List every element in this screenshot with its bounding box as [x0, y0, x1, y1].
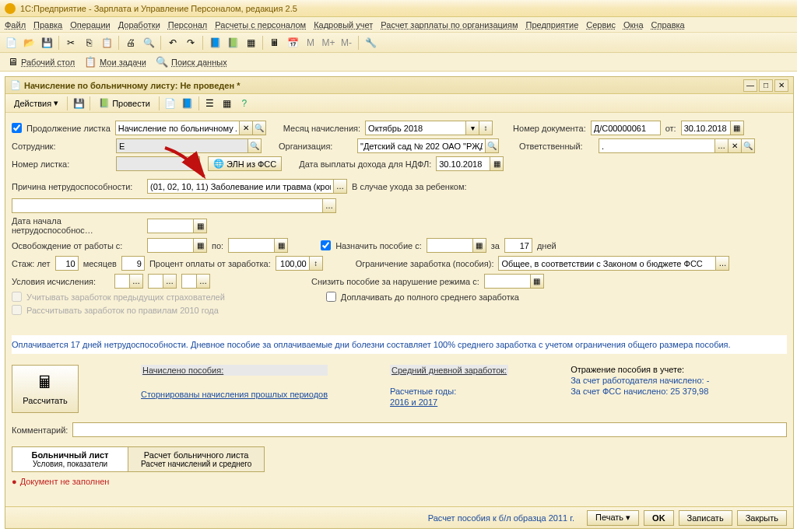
- eln-fss-button[interactable]: 🌐ЭЛН из ФСС: [208, 156, 282, 171]
- start-date-input[interactable]: [147, 219, 194, 233]
- employee-lookup-icon[interactable]: 🔍: [248, 138, 262, 153]
- menu-windows[interactable]: Окна: [623, 20, 644, 30]
- employee-input[interactable]: [116, 138, 248, 153]
- reason-more-icon[interactable]: …: [333, 179, 347, 194]
- print-button[interactable]: Печать ▾: [587, 510, 639, 526]
- tb-grid-icon[interactable]: ▦: [243, 35, 258, 51]
- menu-service[interactable]: Сервис: [586, 20, 616, 30]
- resp-more-icon[interactable]: …: [714, 138, 729, 153]
- minimize-button[interactable]: —: [743, 79, 757, 92]
- tb-print-icon[interactable]: 🖨: [123, 35, 139, 51]
- calculate-button[interactable]: 🖩 Рассчитать: [12, 365, 79, 413]
- cond2-more-icon[interactable]: …: [163, 274, 177, 289]
- month-input[interactable]: [365, 121, 466, 135]
- tb-mminus-icon[interactable]: M-: [339, 35, 354, 51]
- reason-input[interactable]: [147, 179, 334, 194]
- tb-paste-icon[interactable]: 📋: [99, 35, 114, 51]
- from-date-picker-icon[interactable]: ▦: [730, 121, 744, 135]
- month-dropdown-icon[interactable]: ▾: [465, 121, 479, 135]
- db-help-icon[interactable]: ?: [237, 96, 252, 111]
- month-spinner-icon[interactable]: ↕: [479, 121, 493, 135]
- close-button[interactable]: Закрыть: [737, 510, 787, 526]
- days-input[interactable]: [504, 238, 532, 253]
- my-tasks-button[interactable]: 📋Мои задачи: [81, 54, 149, 69]
- release-from-picker-icon[interactable]: ▦: [193, 238, 207, 253]
- years-link[interactable]: 2016 и 2017: [390, 397, 508, 407]
- resp-input[interactable]: [599, 138, 715, 153]
- ok-button[interactable]: OK: [644, 510, 674, 526]
- cond3-more-icon[interactable]: …: [196, 274, 210, 289]
- tab-calculation[interactable]: Расчет больничного листа Расчет начислен…: [128, 446, 265, 472]
- menu-payroll[interactable]: Расчеты с персоналом: [215, 20, 306, 30]
- tb-cal-icon[interactable]: 📅: [285, 35, 300, 51]
- menu-personnel[interactable]: Персонал: [168, 20, 208, 30]
- assign-date-input[interactable]: [427, 238, 473, 253]
- from-date-input[interactable]: [681, 121, 731, 135]
- actions-dropdown[interactable]: Действия ▾: [9, 96, 64, 111]
- menu-customizations[interactable]: Доработки: [118, 20, 160, 30]
- menu-help[interactable]: Справка: [651, 20, 685, 30]
- cond2-input[interactable]: [148, 274, 163, 289]
- tb-calc-icon[interactable]: 🖩: [267, 35, 283, 51]
- limit-input[interactable]: [498, 256, 716, 271]
- childcare-more-icon[interactable]: …: [322, 198, 336, 213]
- db-doc2-icon[interactable]: 📘: [180, 96, 195, 111]
- tb-settings-icon[interactable]: 🔧: [363, 35, 378, 51]
- maximize-button[interactable]: □: [759, 79, 773, 92]
- assign-checkbox[interactable]: [321, 240, 331, 250]
- menu-file[interactable]: Файл: [5, 20, 26, 30]
- menu-edit[interactable]: Правка: [33, 20, 62, 30]
- percent-spinner-icon[interactable]: ↕: [309, 256, 323, 271]
- menu-operations[interactable]: Операции: [70, 20, 110, 30]
- org-lookup-icon[interactable]: 🔍: [485, 138, 499, 153]
- search-data-button[interactable]: 🔍Поиск данных: [153, 54, 230, 69]
- cond3-input[interactable]: [181, 274, 197, 289]
- tb-ref1-icon[interactable]: 📘: [207, 35, 223, 51]
- db-doc-icon[interactable]: 📄: [163, 96, 178, 111]
- childcare-input[interactable]: [12, 198, 323, 213]
- release-to-picker-icon[interactable]: ▦: [274, 238, 288, 253]
- menu-hr[interactable]: Кадровый учет: [314, 20, 373, 30]
- save-button[interactable]: Записать: [679, 510, 732, 526]
- tb-mplus-icon[interactable]: M+: [321, 35, 336, 51]
- release-from-input[interactable]: [147, 238, 194, 253]
- tb-copy-icon[interactable]: ⎘: [81, 35, 97, 51]
- tb-undo-icon[interactable]: ↶: [165, 35, 181, 51]
- ndfl-date-input[interactable]: [436, 156, 490, 171]
- limit-more-icon[interactable]: …: [715, 256, 729, 271]
- percent-input[interactable]: [276, 256, 310, 271]
- tb-new-icon[interactable]: 📄: [3, 35, 19, 51]
- sheetnum-input[interactable]: [116, 156, 200, 171]
- org-input[interactable]: [357, 138, 486, 153]
- tb-cut-icon[interactable]: ✂: [63, 35, 79, 51]
- docnum-input[interactable]: [591, 121, 661, 135]
- ndfl-date-picker-icon[interactable]: ▦: [490, 156, 504, 171]
- continuation-checkbox[interactable]: [12, 123, 22, 133]
- resp-clear-icon[interactable]: ✕: [728, 138, 742, 153]
- start-date-picker-icon[interactable]: ▦: [193, 219, 207, 233]
- stazh-months-input[interactable]: [121, 256, 145, 271]
- reduce-date-picker-icon[interactable]: ▦: [530, 274, 544, 289]
- stazh-years-input[interactable]: [55, 256, 79, 271]
- cond1-input[interactable]: [114, 274, 130, 289]
- tb-redo-icon[interactable]: ↷: [183, 35, 198, 51]
- desktop-button[interactable]: 🖥Рабочий стол: [5, 54, 78, 69]
- tb-open-icon[interactable]: 📂: [21, 35, 37, 51]
- tb-find-icon[interactable]: 🔍: [141, 35, 156, 51]
- cond1-more-icon[interactable]: …: [129, 274, 143, 289]
- reduce-date-input[interactable]: [484, 274, 531, 289]
- menu-enterprise[interactable]: Предприятие: [525, 20, 578, 30]
- assign-date-picker-icon[interactable]: ▦: [472, 238, 486, 253]
- menu-salary-orgs[interactable]: Расчет зарплаты по организациям: [381, 20, 518, 30]
- db-list-icon[interactable]: ☰: [202, 96, 218, 111]
- db-structure-icon[interactable]: ▦: [219, 96, 235, 111]
- resp-lookup-icon[interactable]: 🔍: [741, 138, 755, 153]
- db-save-icon[interactable]: 💾: [71, 96, 86, 111]
- release-to-input[interactable]: [228, 238, 275, 253]
- continuation-clear-icon[interactable]: ✕: [239, 121, 253, 135]
- comment-input[interactable]: [72, 422, 787, 437]
- tb-save-icon[interactable]: 💾: [39, 35, 54, 51]
- tb-m-icon[interactable]: M: [303, 35, 318, 51]
- continuation-lookup-icon[interactable]: 🔍: [252, 121, 266, 135]
- tab-sick-sheet[interactable]: Больничный лист Условия, показатели: [12, 446, 128, 472]
